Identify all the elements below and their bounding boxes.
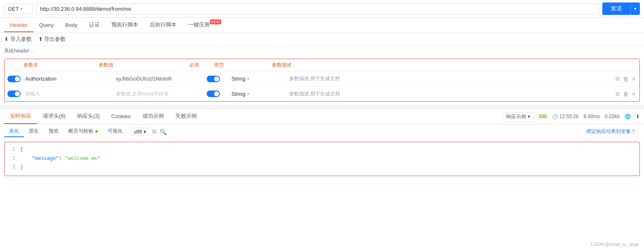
row2-toggle[interactable]: [5, 90, 24, 97]
status-code: 200: [539, 114, 547, 119]
type-chevron-icon: ▾: [247, 76, 249, 81]
line-number: 2: [9, 155, 15, 164]
section-divider: [0, 106, 644, 109]
response-code-block: 1 { 2 "message": "welcome me" 3 }: [4, 142, 640, 176]
new-badge: NEW: [210, 19, 221, 24]
menu-icon[interactable]: ≡: [632, 76, 635, 82]
col-header-value: 参数值: [95, 62, 178, 69]
response-size: 0.02kb: [605, 114, 620, 119]
format-tools: ⧉ 🔍: [152, 128, 167, 135]
line-number: 1: [9, 145, 15, 155]
format-tab-preview[interactable]: 预览: [44, 126, 64, 137]
menu-icon[interactable]: ≡: [632, 90, 635, 97]
send-button[interactable]: 发送: [602, 2, 630, 15]
bind-response-button[interactable]: 绑定响应结果到变量？: [586, 128, 640, 135]
tab-body[interactable]: Body: [59, 19, 83, 32]
format-tab-raw[interactable]: 原生: [24, 126, 44, 137]
row1-value[interactable]: eyJhbGciOiJIUzI1NiIsInR: [114, 76, 197, 82]
col-header-type: 类型: [211, 62, 269, 69]
main-tab-bar: Header Query Body 认证 预执行脚本 后执行脚本 一键压测 NE…: [0, 18, 644, 33]
copy-icon[interactable]: ⧉: [616, 90, 620, 98]
method-label: GET: [8, 6, 19, 12]
row2-value-input[interactable]: 参数值,支持mock字段变: [114, 90, 197, 98]
required-toggle[interactable]: [207, 90, 220, 97]
format-tab-bar: 美化 原生 预览 断言与校验 可视化 utf8 ▾ ⧉ 🔍 绑定响应结果到变量？: [0, 124, 644, 139]
row1-name[interactable]: Authorization: [24, 76, 114, 82]
params-toolbar: ⬇ 导入参数 ⬆ 导出参数: [0, 33, 644, 46]
table-row: 请输入 参数值,支持mock字段变 String ▾ 参数描述,用于生成文档 ⧉…: [5, 86, 639, 101]
delete-icon[interactable]: 🗑: [623, 90, 629, 97]
response-tab-bar: 实时响应 请求头(8) 响应头(3) Cookies 成功示例 失败示例 响应示…: [0, 109, 644, 124]
row1-toggle[interactable]: [5, 76, 24, 82]
url-input[interactable]: [36, 3, 599, 14]
col-header-required: 必填: [178, 62, 211, 69]
col-header-name: 参数名: [5, 62, 95, 69]
tab-post-script[interactable]: 后执行脚本: [144, 18, 182, 33]
import-params-button[interactable]: ⬇ 导入参数: [4, 36, 32, 43]
row2-required[interactable]: [197, 90, 230, 97]
row1-type[interactable]: String ▾: [230, 76, 288, 82]
export-params-button[interactable]: ⬆ 导出参数: [38, 36, 66, 43]
required-toggle[interactable]: [207, 76, 220, 82]
type-chevron-icon: ▾: [247, 92, 249, 96]
tab-request-headers[interactable]: 请求头(8): [37, 109, 71, 124]
row2-type[interactable]: String ▾: [230, 91, 288, 97]
response-duration: 8.00ms: [584, 114, 600, 119]
code-content: {: [20, 145, 23, 155]
response-example-button[interactable]: 响应示例 ▾: [502, 112, 534, 121]
encoding-chevron-icon: ▾: [144, 129, 146, 135]
code-line-1: 1 {: [9, 145, 635, 155]
search-icon[interactable]: 🔍: [160, 129, 167, 135]
row2-actions: ⧉ 🗑 ≡: [606, 90, 639, 98]
params-table: 参数名 参数值 必填 类型 参数描述 Authorization eyJhbGc…: [4, 59, 640, 102]
method-select[interactable]: GET ▾: [4, 4, 33, 14]
row2-description[interactable]: 参数描述,用于生成文档: [288, 90, 606, 98]
globe-icon: 🌐: [625, 114, 631, 119]
code-content: "message": "welcome me": [20, 155, 100, 164]
params-table-header: 参数名 参数值 必填 类型 参数描述: [5, 59, 639, 71]
toggle-switch[interactable]: [7, 76, 21, 82]
send-btn-group: 发送 ▾: [602, 2, 640, 15]
format-tab-assert[interactable]: 断言与校验: [64, 126, 103, 137]
copy-icon[interactable]: ⧉: [616, 75, 620, 82]
tab-header[interactable]: Header: [4, 19, 33, 32]
tab-failure-example[interactable]: 失败示例: [170, 109, 203, 124]
assert-dot: [95, 130, 98, 133]
row1-description[interactable]: 参数描述,用于生成文档: [288, 75, 606, 82]
response-meta: 响应示例 ▾ 200 🕐 12:55:26 8.00ms 0.02kb 🌐 ⬇: [502, 112, 640, 121]
format-tab-pretty[interactable]: 美化: [4, 126, 24, 137]
tab-realtime-response[interactable]: 实时响应: [4, 109, 37, 124]
tab-cookies[interactable]: Cookies: [106, 110, 137, 124]
delete-icon[interactable]: 🗑: [623, 76, 629, 82]
code-line-3: 3 }: [9, 163, 635, 172]
tab-response-headers[interactable]: 响应头(3): [71, 109, 106, 124]
format-tab-visual[interactable]: 可视化: [103, 126, 127, 137]
tab-auth[interactable]: 认证: [83, 18, 106, 33]
method-chevron-icon: ▾: [21, 7, 23, 11]
tab-success-example[interactable]: 成功示例: [137, 109, 170, 124]
breadcrumb-chevron-icon: ›: [31, 49, 33, 54]
row2-name-input[interactable]: 请输入: [24, 90, 114, 98]
encoding-select[interactable]: utf8 ▾: [131, 128, 149, 136]
row1-required[interactable]: [197, 76, 230, 82]
tab-pre-script[interactable]: 预执行脚本: [106, 18, 144, 33]
toggle-switch[interactable]: [7, 90, 21, 97]
tab-stress-test[interactable]: 一键压测 NEW: [182, 18, 222, 33]
line-number: 3: [9, 163, 15, 172]
response-time: 🕐 12:55:26: [552, 114, 579, 119]
breadcrumb-label: 系统header: [4, 48, 29, 55]
breadcrumb: 系统header ›: [0, 46, 644, 56]
download-icon: ⬇: [636, 114, 640, 119]
dropdown-chevron-icon: ▾: [528, 114, 530, 119]
col-header-description: 参数描述: [269, 62, 639, 69]
row1-actions: ⧉ 🗑 ≡: [606, 75, 639, 82]
send-dropdown-button[interactable]: ▾: [630, 2, 640, 15]
url-bar: GET ▾ 发送 ▾: [0, 0, 644, 18]
tab-query[interactable]: Query: [33, 19, 59, 32]
code-content: }: [20, 163, 23, 172]
code-line-2: 2 "message": "welcome me": [9, 155, 635, 164]
clock-icon: 🕐: [552, 114, 558, 119]
table-row: Authorization eyJhbGciOiJIUzI1NiIsInR St…: [5, 71, 639, 86]
copy-format-icon[interactable]: ⧉: [152, 128, 156, 135]
